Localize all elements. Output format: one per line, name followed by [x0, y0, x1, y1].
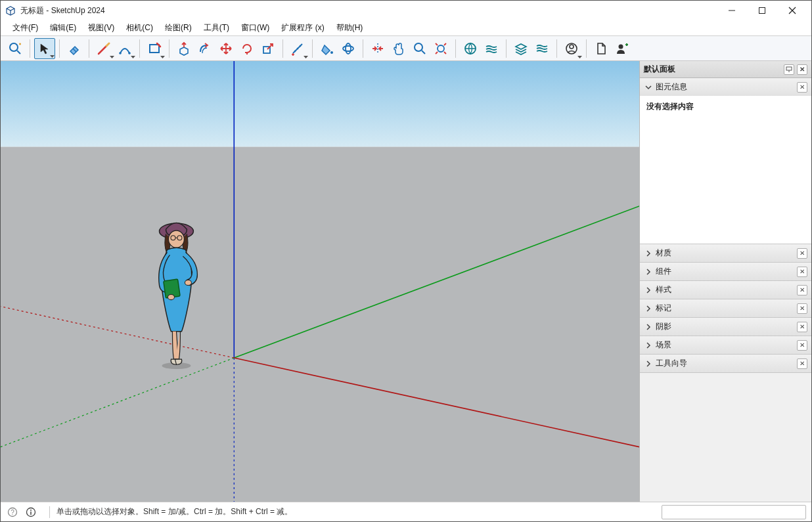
- menu-view[interactable]: 视图(V): [83, 21, 120, 35]
- measurements-input[interactable]: [662, 505, 806, 519]
- section-header-materials[interactable]: 材质 ✕: [640, 244, 811, 262]
- menu-bar: 文件(F) 编辑(E) 视图(V) 相机(C) 绘图(R) 工具(T) 窗口(W…: [1, 20, 811, 36]
- account-button[interactable]: [561, 38, 582, 59]
- svg-line-5: [17, 51, 20, 54]
- help-icon[interactable]: ?: [6, 506, 19, 519]
- window-title: 无标题 - SketchUp 2024: [20, 5, 105, 16]
- section-header-tags[interactable]: 标记 ✕: [640, 299, 811, 317]
- menu-tools[interactable]: 工具(T): [198, 21, 235, 35]
- svg-point-36: [185, 280, 191, 285]
- toolbar-separator: [455, 39, 456, 58]
- tapemeasure-tool[interactable]: [287, 38, 308, 59]
- section-header-shadows[interactable]: 阴影 ✕: [640, 318, 811, 336]
- svg-point-4: [10, 43, 18, 51]
- close-button[interactable]: [777, 1, 807, 20]
- section-label: 材质: [656, 248, 671, 259]
- menu-edit[interactable]: 编辑(E): [45, 21, 81, 35]
- svg-point-12: [346, 43, 351, 54]
- newdoc-button[interactable]: [591, 38, 612, 59]
- menu-window[interactable]: 窗口(W): [236, 21, 275, 35]
- chevron-right-icon: [644, 269, 653, 275]
- section-close-button[interactable]: ✕: [797, 340, 807, 351]
- pin-button[interactable]: [784, 64, 794, 75]
- viewport-3d[interactable]: [1, 61, 639, 502]
- section-header-entity-info[interactable]: 图元信息 ✕: [640, 78, 811, 96]
- section-close-button[interactable]: ✕: [797, 82, 807, 93]
- svg-point-18: [570, 45, 574, 49]
- toolbar-separator: [312, 39, 313, 58]
- section-close-button[interactable]: ✕: [797, 359, 807, 369]
- menu-extensions[interactable]: 扩展程序 (x): [276, 21, 329, 35]
- section-components: 组件 ✕: [640, 263, 811, 281]
- maximize-button[interactable]: [747, 1, 777, 20]
- section-header-components[interactable]: 组件 ✕: [640, 263, 811, 280]
- section-close-button[interactable]: ✕: [797, 322, 807, 332]
- status-bar: ? 单击或拖动以选择对象。Shift = 加/减。Ctrl = 加。Shift …: [1, 502, 811, 521]
- section-header-styles[interactable]: 样式 ✕: [640, 281, 811, 299]
- section-close-button[interactable]: ✕: [797, 303, 807, 314]
- extwarehouse-button[interactable]: [481, 38, 502, 59]
- pan-tool[interactable]: [388, 38, 409, 59]
- section-instructor: 工具向导 ✕: [640, 355, 811, 373]
- arcs-tool[interactable]: [114, 38, 135, 59]
- svg-point-15: [438, 45, 444, 52]
- toolbar-separator: [282, 39, 283, 58]
- layers-button[interactable]: [510, 38, 531, 59]
- svg-point-19: [619, 44, 623, 49]
- svg-point-35: [168, 295, 174, 300]
- shapes-tool[interactable]: [144, 38, 165, 59]
- section-header-instructor[interactable]: 工具向导 ✕: [640, 355, 811, 372]
- svg-rect-8: [150, 45, 159, 53]
- menu-camera[interactable]: 相机(C): [121, 21, 158, 35]
- toolbar-separator: [139, 39, 140, 58]
- zoom-tool[interactable]: [409, 38, 430, 59]
- title-bar: 无标题 - SketchUp 2024: [1, 1, 811, 20]
- offset-tool[interactable]: [194, 38, 215, 59]
- window-controls: [717, 1, 807, 20]
- tray-title: 默认面板: [644, 64, 675, 75]
- svg-rect-1: [759, 8, 765, 14]
- menu-file[interactable]: 文件(F): [7, 21, 43, 35]
- chevron-right-icon: [644, 250, 653, 257]
- chevron-right-icon: [644, 342, 653, 349]
- svg-point-13: [415, 43, 422, 51]
- svg-text:?: ?: [11, 509, 14, 516]
- section-materials: 材质 ✕: [640, 244, 811, 263]
- section-label: 阴影: [656, 321, 671, 332]
- menu-draw[interactable]: 绘图(R): [160, 21, 197, 35]
- 3dwarehouse-button[interactable]: [460, 38, 481, 59]
- paintbucket-tool[interactable]: [317, 38, 338, 59]
- section-close-button[interactable]: ✕: [797, 248, 807, 259]
- dropdown-icon: [50, 54, 55, 58]
- toolbar-separator: [89, 39, 89, 58]
- tray-close-button[interactable]: ✕: [797, 64, 807, 75]
- flip-tool[interactable]: [367, 38, 388, 59]
- select-tool[interactable]: [34, 38, 55, 59]
- layers-wave-button[interactable]: [531, 38, 553, 59]
- scale-tool[interactable]: [258, 38, 279, 59]
- move-tool[interactable]: [215, 38, 237, 59]
- section-header-scenes[interactable]: 场景 ✕: [640, 336, 811, 354]
- svg-line-14: [422, 51, 425, 54]
- search-tool[interactable]: [5, 38, 26, 59]
- dropdown-icon: [304, 54, 308, 59]
- toolbar-separator: [506, 39, 507, 58]
- rotate-tool[interactable]: [237, 38, 258, 59]
- sketchup-app-icon: [5, 5, 16, 16]
- svg-point-11: [343, 46, 353, 51]
- info-icon[interactable]: [24, 506, 37, 519]
- section-close-button[interactable]: ✕: [797, 267, 807, 277]
- section-close-button[interactable]: ✕: [797, 285, 807, 295]
- menu-help[interactable]: 帮助(H): [331, 21, 369, 35]
- eraser-tool[interactable]: [64, 38, 85, 59]
- minimize-button[interactable]: [717, 1, 747, 20]
- zoomextents-tool[interactable]: [430, 38, 451, 59]
- lines-tool[interactable]: [93, 38, 114, 59]
- pushpull-tool[interactable]: [173, 38, 194, 59]
- tray-title-bar[interactable]: 默认面板 ✕: [640, 61, 811, 78]
- adduser-button[interactable]: [612, 38, 633, 59]
- toolbar-separator: [59, 39, 60, 58]
- orbit-tool[interactable]: [338, 38, 359, 59]
- section-label: 组件: [656, 266, 671, 277]
- default-tray: 默认面板 ✕ 图元信息 ✕ 没有选择内容 材质 ✕: [639, 61, 811, 502]
